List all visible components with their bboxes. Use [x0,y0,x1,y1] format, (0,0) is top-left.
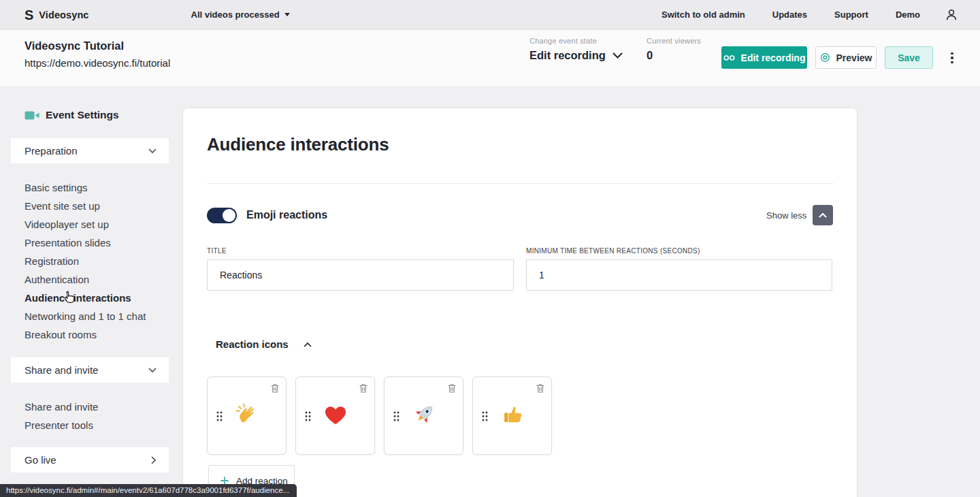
sidebar-item-authentication[interactable]: Authentication [11,270,169,289]
caret-down-icon [284,13,290,16]
chevron-up-icon [819,212,827,218]
videos-filter-dropdown[interactable]: All videos processed [191,10,290,20]
sidebar-share-list: Share and invite Presenter tools [11,398,169,434]
chevron-down-icon [148,148,157,154]
drag-handle-icon[interactable] [216,411,223,424]
current-viewers-block: Current viewers 0 [647,37,701,62]
recording-icon [723,54,735,61]
reaction-card-heart [295,376,375,455]
event-header: Videosync Tutorial https://demo.videosyn… [0,30,980,87]
emoji-reactions-toggle[interactable] [207,208,237,223]
sidebar-heading: Event Settings [24,109,119,121]
title-field-label: TITLE [207,247,227,255]
videosync-logo-icon: S [24,7,33,22]
audience-interactions-panel: Audience interactions Emoji reactions Sh… [182,108,858,497]
sidebar-item-breakout-rooms[interactable]: Breakout rooms [11,325,169,344]
preview-button[interactable]: Preview [815,46,877,69]
drag-handle-icon[interactable] [482,411,488,424]
sidebar-item-basic-settings[interactable]: Basic settings [11,178,169,197]
clap-emoji-icon [233,401,261,431]
page-title: Audience interactions [207,134,389,155]
sidebar-section-preparation[interactable]: Preparation [11,138,169,163]
chevron-right-icon [151,456,157,464]
thumbs-up-emoji-icon [500,402,525,430]
kebab-menu-icon[interactable] [947,48,958,68]
sidebar-item-share-and-invite[interactable]: Share and invite [11,398,169,416]
link-switch-old-admin[interactable]: Switch to old admin [662,10,745,20]
top-links: Switch to old admin Updates Support Demo [662,10,920,20]
chevron-down-icon [148,368,157,373]
collapse-section-button[interactable] [813,205,833,225]
rocket-emoji-icon [410,401,438,431]
sidebar-preparation-list: Basic settings Event site set up Videopl… [11,178,169,344]
chevron-down-icon [612,52,623,59]
emoji-reactions-label: Emoji reactions [246,209,327,221]
drag-handle-icon[interactable] [305,411,311,424]
brand-name: Videosync [39,10,88,20]
topbar: S Videosync All videos processed Switch … [0,0,980,30]
reaction-card-clap [207,376,287,455]
link-demo[interactable]: Demo [896,10,920,20]
save-button[interactable]: Save [885,46,933,69]
video-camera-icon [24,110,39,121]
preview-eye-icon [820,52,830,63]
show-less-link[interactable]: Show less [766,210,806,221]
edit-recording-button[interactable]: Edit recording [721,46,807,69]
trash-icon[interactable] [270,383,280,396]
event-title: Videosync Tutorial [24,39,124,52]
reaction-icons-header[interactable]: Reaction icons [216,338,312,350]
brand[interactable]: S Videosync [24,8,89,22]
event-state-dropdown[interactable]: Edit recording [529,49,623,62]
trash-icon[interactable] [359,383,368,396]
sidebar-item-presentation-slides[interactable]: Presentation slides [11,234,169,252]
reaction-cards-row [207,376,552,455]
chevron-up-icon [304,342,312,347]
videos-filter-label: All videos processed [191,10,280,20]
sidebar-item-presenter-tools[interactable]: Presenter tools [11,416,169,434]
sidebar-section-share-invite[interactable]: Share and invite [11,357,169,383]
event-url[interactable]: https://demo.videosync.fi/tutorial [24,57,170,69]
drag-handle-icon[interactable] [393,411,399,424]
status-url-tooltip: https://videosync.fi/admin#/main/eventv2… [0,484,297,497]
sidebar-item-networking-chat[interactable]: Networking and 1 to 1 chat [11,307,169,325]
user-icon[interactable] [945,8,958,22]
event-state-block: Change event state Edit recording [529,37,623,62]
divider [207,183,834,184]
trash-icon[interactable] [447,383,457,396]
reaction-card-thumbs-up [472,376,552,455]
heart-emoji-icon [323,402,348,430]
current-viewers-label: Current viewers [647,37,701,45]
min-time-field-label: MINIMUM TIME BETWEEN REACTIONS (SECONDS) [526,247,700,255]
min-time-input[interactable] [526,259,832,291]
trash-icon[interactable] [536,383,545,396]
reaction-card-rocket [384,376,463,455]
link-support[interactable]: Support [834,10,868,20]
title-input[interactable] [207,259,514,291]
current-viewers-count: 0 [647,49,701,62]
sidebar-section-go-live[interactable]: Go live [11,447,169,472]
link-updates[interactable]: Updates [772,10,807,20]
reaction-icons-title: Reaction icons [216,338,289,350]
sidebar-item-event-site-set-up[interactable]: Event site set up [11,197,169,215]
sidebar-item-registration[interactable]: Registration [11,252,169,270]
sidebar-item-videoplayer-set-up[interactable]: Videoplayer set up [11,215,169,234]
event-state-label: Change event state [529,37,623,45]
sidebar-item-audience-interactions[interactable]: Audience interactions [11,289,169,307]
